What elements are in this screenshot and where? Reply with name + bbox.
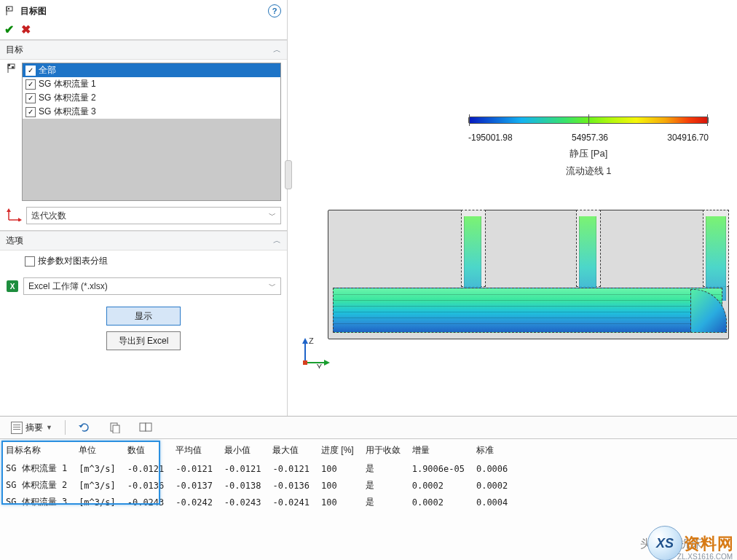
legend-label-2: 流动迹线 1 bbox=[468, 165, 709, 178]
cell: SG 体积流量 3 bbox=[1, 494, 74, 510]
svg-rect-17 bbox=[303, 360, 307, 365]
cancel-button[interactable]: ✖ bbox=[21, 23, 31, 36]
flow-model bbox=[328, 210, 729, 339]
column-header[interactable]: 平均值 bbox=[171, 442, 220, 460]
cell: -0.0121 bbox=[268, 460, 317, 477]
column-header[interactable]: 标准 bbox=[472, 442, 515, 460]
export-excel-button[interactable]: 导出到 Excel bbox=[106, 331, 181, 350]
xaxis-select[interactable]: 迭代次数 ﹀ bbox=[26, 207, 281, 224]
cell: 0.0004 bbox=[472, 494, 515, 510]
cell: 100 bbox=[317, 494, 361, 510]
cell: 0.0002 bbox=[472, 477, 515, 494]
brand-logo: XS 资料网 ZL.XS1616.COM bbox=[647, 526, 737, 560]
cell: -0.0136 bbox=[123, 477, 172, 494]
column-header[interactable]: 目标名称 bbox=[1, 442, 74, 460]
excel-icon: X bbox=[6, 280, 19, 293]
options-section-title: 选项 bbox=[6, 234, 23, 247]
goal-item-all[interactable]: ✓ 全部 bbox=[23, 63, 280, 77]
cell: 0.0002 bbox=[408, 477, 472, 494]
checkbox-icon[interactable]: ✓ bbox=[25, 79, 36, 90]
chevron-down-icon: ﹀ bbox=[269, 210, 276, 221]
cell: 是 bbox=[361, 477, 408, 494]
goal-item-3[interactable]: ✓ SG 体积流量 3 bbox=[23, 105, 280, 119]
legend-min: -195001.98 bbox=[468, 133, 513, 143]
panel-title: 目标图 bbox=[20, 5, 47, 17]
axis-icon bbox=[6, 208, 22, 224]
goal-item-2[interactable]: ✓ SG 体积流量 2 bbox=[23, 91, 280, 105]
cell: -0.0242 bbox=[171, 494, 220, 510]
collapse-goal-icon[interactable]: ︿ bbox=[273, 44, 281, 55]
color-legend: -195001.98 54957.36 304916.70 静压 [Pa] 流动… bbox=[468, 117, 709, 178]
cell: 是 bbox=[361, 460, 408, 477]
goal-list[interactable]: ✓ 全部 ✓ SG 体积流量 1 ✓ SG 体积流量 2 ✓ SG 体积流量 3 bbox=[22, 63, 281, 201]
refresh-button[interactable] bbox=[73, 419, 96, 436]
option-group-by-param[interactable]: 按参数对图表分组 bbox=[25, 255, 281, 267]
cell: -0.0121 bbox=[171, 460, 220, 477]
chevron-down-icon: ▼ bbox=[46, 424, 52, 431]
cell: -0.0138 bbox=[220, 477, 269, 494]
view-triad[interactable]: Z Y bbox=[298, 336, 330, 368]
cell: 是 bbox=[361, 494, 408, 510]
svg-rect-1 bbox=[8, 8, 9, 9]
table-row[interactable]: SG 体积流量 2[m^3/s]-0.0136-0.0137-0.0138-0.… bbox=[1, 477, 515, 494]
column-header[interactable]: 最大值 bbox=[268, 442, 317, 460]
svg-rect-24 bbox=[146, 423, 151, 431]
table-row[interactable]: SG 体积流量 1[m^3/s]-0.0121-0.0121-0.0121-0.… bbox=[1, 460, 515, 477]
checkbox-icon[interactable]: ✓ bbox=[25, 107, 36, 117]
goal-item-1[interactable]: ✓ SG 体积流量 1 bbox=[23, 77, 280, 91]
separator bbox=[65, 420, 66, 435]
show-button[interactable]: 显示 bbox=[106, 307, 181, 326]
export-format-select[interactable]: Excel 工作簿 (*.xlsx) ﹀ bbox=[23, 277, 281, 295]
checkbox-icon[interactable]: ✓ bbox=[25, 66, 36, 76]
svg-text:Z: Z bbox=[309, 336, 314, 345]
document-icon bbox=[11, 422, 23, 434]
cell: [m^3/s] bbox=[74, 477, 123, 494]
svg-marker-20 bbox=[79, 425, 83, 427]
copy-all-button[interactable] bbox=[134, 419, 157, 436]
svg-rect-22 bbox=[113, 425, 119, 433]
cell: -0.0121 bbox=[123, 460, 172, 477]
svg-text:X: X bbox=[10, 283, 15, 291]
gradient-bar bbox=[468, 117, 709, 124]
legend-label-1: 静压 [Pa] bbox=[468, 147, 709, 160]
column-header[interactable]: 数值 bbox=[123, 442, 172, 460]
graphics-canvas[interactable]: -195001.98 54957.36 304916.70 静压 [Pa] 流动… bbox=[288, 0, 737, 416]
column-header[interactable]: 用于收敛 bbox=[361, 442, 408, 460]
help-icon[interactable]: ? bbox=[268, 4, 281, 17]
checkbox-icon[interactable]: ✓ bbox=[25, 93, 36, 103]
cell: [m^3/s] bbox=[74, 460, 123, 477]
svg-rect-5 bbox=[12, 66, 14, 68]
ok-button[interactable]: ✔ bbox=[4, 23, 14, 36]
cell: -0.0241 bbox=[268, 494, 317, 510]
copy-button[interactable] bbox=[103, 419, 127, 436]
svg-marker-14 bbox=[302, 338, 308, 344]
table-row[interactable]: SG 体积流量 3[m^3/s]-0.0243-0.0242-0.0243-0.… bbox=[1, 494, 515, 510]
flow-channel bbox=[333, 288, 722, 333]
svg-marker-8 bbox=[7, 208, 11, 212]
column-header[interactable]: 单位 bbox=[74, 442, 123, 460]
cell: -0.0243 bbox=[123, 494, 172, 510]
goal-plot-icon bbox=[6, 6, 16, 16]
cell: 0.0002 bbox=[408, 494, 472, 510]
chevron-down-icon: ﹀ bbox=[269, 281, 276, 291]
property-panel: 目标图 ? ✔ ✖ 目标 ︿ ✓ 全部 ✓ SG 体积流量 1 ✓ SG 体积流… bbox=[0, 0, 288, 416]
column-header[interactable]: 进度 [%] bbox=[317, 442, 361, 460]
splitter-handle[interactable] bbox=[285, 160, 292, 189]
svg-text:Y: Y bbox=[317, 363, 323, 368]
cell: 100 bbox=[317, 460, 361, 477]
svg-rect-23 bbox=[140, 423, 146, 431]
legend-max: 304916.70 bbox=[667, 133, 709, 143]
column-header[interactable]: 增量 bbox=[408, 442, 472, 460]
cell: 1.9006e-05 bbox=[408, 460, 472, 477]
cell: [m^3/s] bbox=[74, 494, 123, 510]
cell: -0.0137 bbox=[171, 477, 220, 494]
results-panel: 摘要 ▼ 目标名称单位数值平均值最小值最大值进度 [%]用于收敛增量标准 SG … bbox=[0, 417, 737, 560]
column-header[interactable]: 最小值 bbox=[220, 442, 269, 460]
results-table: 目标名称单位数值平均值最小值最大值进度 [%]用于收敛增量标准 SG 体积流量 … bbox=[1, 442, 515, 510]
svg-marker-16 bbox=[324, 360, 330, 366]
summary-dropdown[interactable]: 摘要 ▼ bbox=[6, 419, 58, 436]
cell: 100 bbox=[317, 477, 361, 494]
checkbox-icon[interactable] bbox=[25, 256, 35, 267]
cell: -0.0136 bbox=[268, 477, 317, 494]
collapse-options-icon[interactable]: ︿ bbox=[273, 235, 281, 246]
